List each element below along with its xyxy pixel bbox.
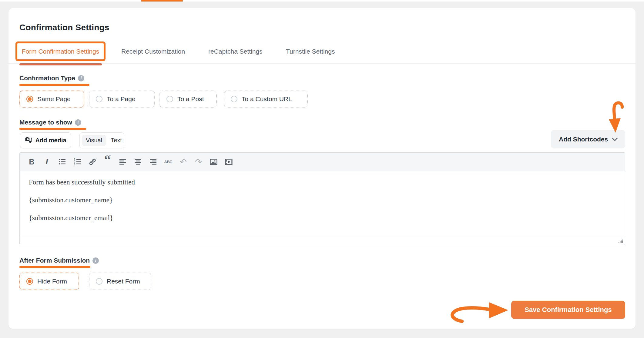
chevron-down-icon [612,138,618,141]
bold-icon: B [29,157,34,166]
visual-tab[interactable]: Visual [82,135,106,146]
radio-unselected-icon [231,96,237,102]
editor-toolbar: B I 1 2 3 [20,153,625,171]
strikethrough-icon: ABC [164,160,172,164]
radio-option-label: To a Page [107,95,136,103]
redo-icon: ↷ [195,158,202,166]
align-left-icon [119,158,127,166]
align-left-button[interactable] [118,156,127,167]
align-center-icon [134,158,142,166]
add-media-button[interactable]: Add media [20,132,71,148]
radio-unselected-icon [96,96,102,102]
link-icon [89,158,96,166]
blockquote-button[interactable]: “ [103,156,112,167]
tab-receipt-customization[interactable]: Receipt Customization [121,48,185,55]
tab-turnstile-settings[interactable]: Turnstile Settings [286,48,335,55]
editor-paragraph: {submission.customer_name} [29,196,616,205]
align-center-button[interactable] [133,156,143,167]
bulleted-list-icon [58,158,66,166]
editor-mode-switcher: Visual Text [79,132,124,148]
bulleted-list-button[interactable] [57,156,67,167]
info-icon[interactable]: i [78,75,84,81]
insert-image-icon [210,158,218,166]
tab-recaptcha-settings[interactable]: reCaptcha Settings [208,48,263,55]
align-right-icon [149,158,157,166]
page: Confirmation Settings Form Confirmation … [0,0,644,338]
align-right-button[interactable] [148,156,158,167]
annotation-underline [19,266,90,268]
radio-option-to-a-post[interactable]: To a Post [159,91,217,108]
editor-status-bar [20,237,625,245]
radio-option-to-a-custom-url[interactable]: To a Custom URL [224,91,308,108]
radio-option-label: Hide Form [37,278,67,285]
resize-grip-icon[interactable] [618,238,623,244]
editor-content-area[interactable]: Form has been successfully submitted {su… [20,171,625,237]
radio-selected-icon [26,96,33,102]
radio-option-label: To a Custom URL [242,95,292,103]
annotation-highlight-box: Form Confirmation Settings [15,41,106,61]
italic-button[interactable]: I [42,156,52,167]
radio-unselected-icon [96,278,102,285]
confirmation-type-label: Confirmation Type i [19,75,84,82]
radio-option-label: To a Post [177,95,204,103]
editor-paragraph: Form has been successfully submitted [29,178,616,187]
numbered-list-icon: 1 2 3 [73,158,81,166]
insert-video-icon [225,158,233,166]
radio-option-reset-form[interactable]: Reset Form [89,273,151,290]
insert-image-button[interactable] [209,156,218,167]
info-icon[interactable]: i [75,119,81,126]
italic-icon: I [45,157,48,166]
after-form-submission-label: After Form Submission i [19,257,99,264]
numbered-list-button[interactable]: 1 2 3 [72,156,82,167]
radio-option-label: Reset Form [107,278,140,285]
link-button[interactable] [88,156,97,167]
radio-unselected-icon [166,96,173,102]
radio-option-hide-form[interactable]: Hide Form [19,273,79,290]
radio-option-to-a-page[interactable]: To a Page [89,91,155,108]
add-media-label: Add media [35,137,66,144]
undo-icon: ↶ [180,158,187,166]
strikethrough-button[interactable]: ABC [163,156,173,167]
bold-button[interactable]: B [27,156,36,167]
tab-form-confirmation-settings[interactable]: Form Confirmation Settings [22,48,99,55]
add-shortcodes-button[interactable]: Add Shortcodes [551,130,625,148]
radio-option-label: Same Page [37,95,71,103]
radio-selected-icon [26,278,33,285]
info-icon[interactable]: i [92,257,99,264]
add-shortcodes-label: Add Shortcodes [559,136,608,143]
page-title: Confirmation Settings [19,23,109,32]
editor-paragraph: {submission.customer_email} [29,214,616,223]
save-confirmation-settings-button[interactable]: Save Confirmation Settings [511,301,625,319]
message-to-show-label: Message to show i [19,119,81,126]
top-accent-bar [141,0,183,2]
after-form-submission-label-text: After Form Submission [19,257,90,264]
radio-option-same-page[interactable]: Same Page [19,91,84,108]
message-editor: B I 1 2 3 [19,152,625,245]
text-tab[interactable]: Text [107,135,126,146]
insert-video-button[interactable] [224,156,233,167]
blockquote-icon: “ [104,158,111,165]
svg-text:3: 3 [74,163,75,166]
active-tab-indicator [19,63,102,65]
confirmation-settings-card: Confirmation Settings Form Confirmation … [8,8,636,329]
undo-button[interactable]: ↶ [179,156,188,167]
message-to-show-label-text: Message to show [19,119,72,126]
tabs-divider [8,63,636,64]
confirmation-type-label-text: Confirmation Type [19,75,75,82]
annotation-underline [19,128,86,130]
annotation-underline [19,84,89,86]
top-strip [0,0,644,2]
camera-media-icon [25,137,32,144]
redo-button[interactable]: ↷ [194,156,203,167]
